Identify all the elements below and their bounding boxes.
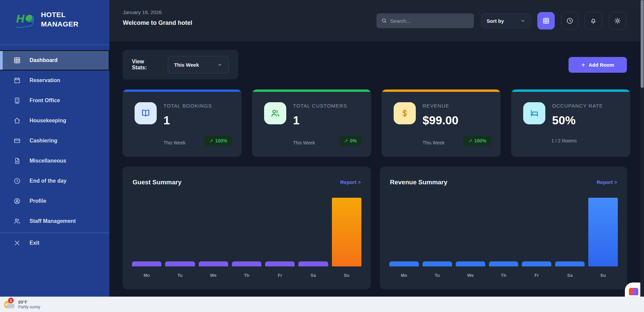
bar-sa: [298, 261, 328, 266]
sidebar-item-label: Front Office: [30, 98, 60, 104]
weather-icon: 1: [3, 298, 15, 310]
sort-by-button[interactable]: Sort by: [481, 13, 531, 28]
sidebar-item-label: Staff Management: [30, 218, 76, 224]
topbar: January 18, 2026 Welcome to Grand hotel …: [109, 0, 640, 41]
guest-summary-card: Guest Summary Report > MoTuWeThFrSaSu: [122, 167, 371, 289]
stat-period: This Week: [163, 140, 186, 145]
bar-label: Su: [588, 273, 618, 278]
bar-label: We: [456, 273, 485, 278]
sun-icon: [614, 17, 621, 24]
user-circle-icon: [13, 197, 21, 205]
sidebar-item-cashiering[interactable]: Cashiering: [0, 131, 109, 151]
credit-card-icon: [13, 137, 21, 144]
welcome-title: Welcome to Grand hotel: [123, 19, 192, 26]
bar-chart: [389, 196, 618, 266]
users-icon: [13, 217, 21, 225]
card-accent: [382, 89, 501, 92]
bar-label: Su: [332, 273, 361, 278]
sort-by-label: Sort by: [487, 18, 504, 24]
notifications-button[interactable]: [585, 12, 602, 29]
trend-up-icon: ↗: [209, 138, 213, 143]
header-date: January 18, 2026: [123, 9, 162, 15]
bar-we: [199, 261, 228, 266]
stat-card-total-customers: TOTAL CUSTOMERS 1 This Week ↗ 0%: [252, 89, 371, 157]
taskbar-weather-widget[interactable]: 1 89°F Partly sunny: [3, 298, 40, 310]
widgets-peek-button[interactable]: [625, 283, 640, 297]
scrollbar-thumb[interactable]: [641, 0, 644, 88]
period-select[interactable]: This Week: [168, 56, 229, 73]
sidebar-item-profile[interactable]: Profile: [0, 191, 109, 211]
search-input[interactable]: [390, 18, 469, 24]
stat-period: This Week: [423, 140, 445, 145]
revenue-summary-card: Revenue Summary Report > MoTuWeThFrSaSu: [380, 167, 627, 289]
sidebar-item-label: End of the day: [30, 178, 66, 184]
apps-grid-button[interactable]: [537, 12, 555, 29]
trend-badge: ↗ 100%: [204, 135, 232, 146]
sidebar-item-exit[interactable]: Exit: [0, 233, 109, 253]
bar-labels: MoTuWeThFrSaSu: [132, 273, 361, 278]
sidebar-item-housekeeping[interactable]: Housekeeping: [0, 111, 109, 131]
logo-row: H HOTEL MANAGER: [0, 0, 109, 29]
sidebar-item-reservation[interactable]: Reservation: [0, 70, 109, 90]
taskbar: 1 89°F Partly sunny Search: [0, 297, 644, 312]
bar-chart: [132, 196, 361, 266]
sidebar-item-label: Exit: [30, 240, 39, 246]
stat-card-total-bookings: TOTAL BOOKINGS 1 This Week ↗ 100%: [122, 89, 242, 157]
view-stats-card: View Stats: This Week: [122, 50, 238, 79]
sidebar: H HOTEL MANAGER Dashboard Reservation Fr…: [0, 0, 109, 297]
sidebar-item-end-of-day[interactable]: End of the day: [0, 171, 109, 191]
search-box[interactable]: [377, 13, 474, 28]
home-icon: [13, 117, 21, 124]
report-link[interactable]: Report >: [340, 179, 361, 185]
add-room-button[interactable]: + Add Room: [568, 57, 627, 73]
stat-value: 50%: [552, 114, 576, 127]
sidebar-item-label: Dashboard: [30, 57, 58, 63]
report-link[interactable]: Report >: [597, 179, 617, 185]
theme-toggle-button[interactable]: [609, 12, 626, 29]
sidebar-divider: [0, 45, 109, 45]
sidebar-item-label: Miscellaneous: [30, 158, 66, 164]
stat-title: OCCUPANCY RATE: [552, 103, 603, 109]
bar-th: [232, 261, 261, 266]
bell-icon: [590, 17, 597, 24]
bar-su: [332, 198, 361, 266]
vertical-scrollbar[interactable]: [640, 0, 644, 297]
bar-label: Fr: [522, 273, 551, 278]
screen: H HOTEL MANAGER Dashboard Reservation Fr…: [0, 0, 644, 312]
sidebar-item-label: Profile: [30, 198, 46, 204]
trend-badge: ↗ 100%: [463, 135, 491, 146]
plus-icon: +: [581, 62, 585, 68]
stat-subtext: 1 / 2 Rooms: [551, 138, 577, 143]
sidebar-item-front-office[interactable]: Front Office: [0, 90, 109, 111]
bed-icon: [523, 102, 545, 124]
chevron-down-icon: [520, 18, 526, 23]
history-button[interactable]: [561, 12, 579, 29]
bar-label: Sa: [555, 273, 585, 278]
add-room-label: Add Room: [589, 62, 614, 68]
stat-value: $99.00: [423, 114, 458, 127]
sidebar-item-miscellaneous[interactable]: Miscellaneous: [0, 151, 109, 171]
bar-fr: [522, 261, 551, 266]
trend-up-icon: ↗: [468, 138, 472, 143]
search-icon: [381, 18, 387, 24]
building-icon: [13, 97, 21, 104]
grid-icon: [542, 17, 550, 24]
bar-tu: [423, 261, 452, 266]
bar-label: We: [199, 273, 228, 278]
sidebar-item-dashboard[interactable]: Dashboard: [0, 50, 109, 70]
x-icon: [13, 239, 21, 247]
stat-card-occupancy-rate: OCCUPANCY RATE 50% 1 / 2 Rooms: [511, 89, 630, 157]
bar-label: Tu: [423, 273, 452, 278]
stat-title: REVENUE: [423, 103, 449, 109]
stat-card-revenue: REVENUE $99.00 This Week ↗ 100%: [382, 89, 501, 157]
trend-up-icon: ↗: [344, 138, 348, 143]
clock-icon: [13, 177, 21, 185]
bar-label: Sa: [298, 273, 328, 278]
trend-value: 100%: [474, 138, 486, 143]
users-icon: [264, 102, 286, 124]
bar-label: Mo: [132, 273, 161, 278]
clock-icon: [566, 17, 574, 24]
bar-label: Mo: [389, 273, 419, 278]
grid-icon: [13, 57, 21, 64]
sidebar-item-staff-management[interactable]: Staff Management: [0, 211, 109, 231]
